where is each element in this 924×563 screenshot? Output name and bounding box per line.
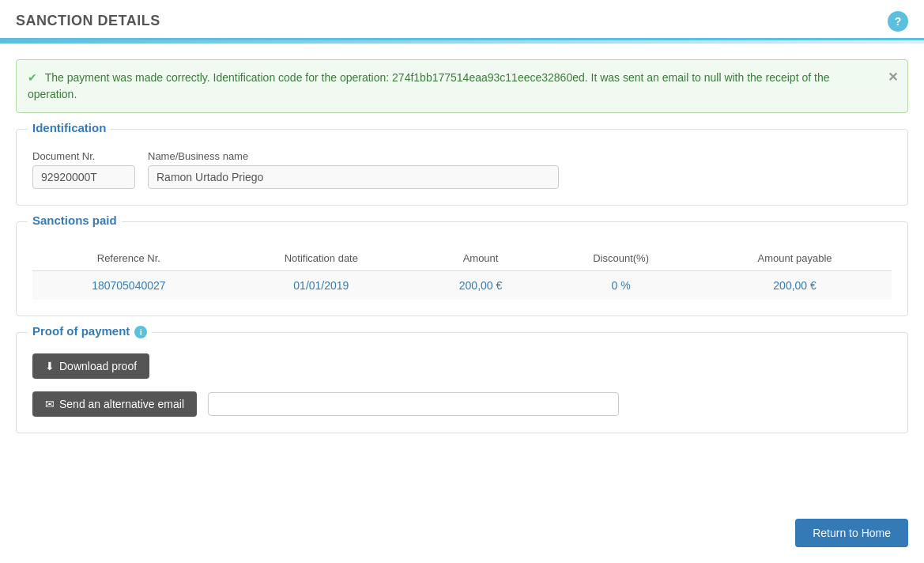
- table-header-row: Reference Nr. Notification date Amount D…: [32, 246, 892, 271]
- alert-message: The payment was made correctly. Identifi…: [28, 71, 829, 100]
- send-alternative-email-button[interactable]: ✉ Send an alternative email: [32, 391, 197, 417]
- sanctions-paid-title: Sanctions paid: [28, 213, 122, 227]
- proof-content: ⬇ Download proof ✉ Send an alternative e…: [32, 353, 892, 417]
- alternative-email-input[interactable]: [208, 392, 619, 416]
- cell-amount: 200,00 €: [417, 271, 544, 300]
- close-alert-button[interactable]: ✕: [888, 68, 898, 87]
- page-title: SANCTION DETAILS: [16, 13, 160, 37]
- identification-section: Identification Document Nr. Name/Busines…: [16, 129, 908, 206]
- proof-of-payment-section: Proof of paymenti ⬇ Download proof ✉ Sen…: [16, 332, 908, 433]
- col-discount: Discount(%): [544, 246, 698, 271]
- col-reference: Reference Nr.: [32, 246, 225, 271]
- cell-discount: 0 %: [544, 271, 698, 300]
- footer: Return to Home: [795, 519, 908, 547]
- download-label: Download proof: [59, 360, 137, 372]
- success-alert: ✔ The payment was made correctly. Identi…: [16, 59, 908, 113]
- sanctions-paid-section: Sanctions paid Reference Nr. Notificatio…: [16, 221, 908, 316]
- name-input[interactable]: [148, 165, 559, 189]
- send-icon: ✉: [45, 398, 55, 410]
- col-notification-date: Notification date: [225, 246, 417, 271]
- content-area: ✔ The payment was made correctly. Identi…: [0, 43, 924, 497]
- name-label: Name/Business name: [148, 150, 559, 162]
- identification-title: Identification: [28, 121, 111, 134]
- email-row: ✉ Send an alternative email: [32, 391, 892, 417]
- col-amount: Amount: [417, 246, 544, 271]
- cell-amount_payable: 200,00 €: [698, 271, 892, 300]
- return-to-home-button[interactable]: Return to Home: [795, 519, 908, 547]
- check-icon: ✔: [28, 71, 37, 84]
- download-row: ⬇ Download proof: [32, 353, 892, 379]
- download-proof-button[interactable]: ⬇ Download proof: [32, 353, 149, 379]
- send-label: Send an alternative email: [59, 398, 184, 410]
- col-amount-payable: Amount payable: [698, 246, 892, 271]
- cell-reference: 180705040027: [32, 271, 225, 300]
- document-nr-input[interactable]: [32, 165, 135, 189]
- table-row: 18070504002701/01/2019200,00 €0 %200,00 …: [32, 271, 892, 300]
- help-icon[interactable]: ?: [888, 11, 908, 32]
- page-wrapper: SANCTION DETAILS ? ✔ The payment was mad…: [0, 0, 924, 563]
- document-nr-group: Document Nr.: [32, 150, 135, 189]
- header: SANCTION DETAILS ?: [0, 0, 924, 40]
- document-nr-label: Document Nr.: [32, 150, 135, 162]
- proof-of-payment-title: Proof of paymenti: [28, 324, 152, 338]
- download-icon: ⬇: [45, 360, 55, 372]
- sanctions-table: Reference Nr. Notification date Amount D…: [32, 246, 892, 300]
- proof-info-icon: i: [134, 326, 147, 338]
- name-group: Name/Business name: [148, 150, 559, 189]
- identification-fields: Document Nr. Name/Business name: [32, 150, 892, 189]
- cell-notification_date: 01/01/2019: [225, 271, 417, 300]
